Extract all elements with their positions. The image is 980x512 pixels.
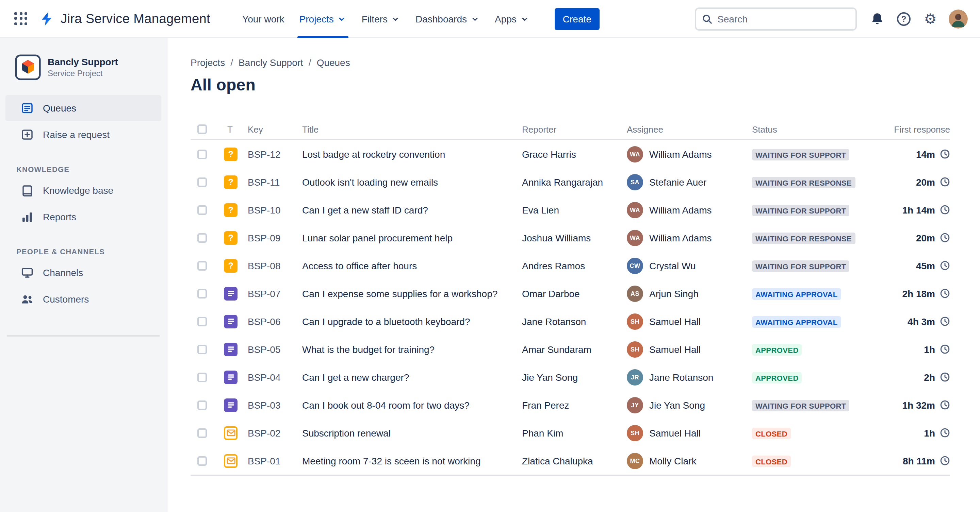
row-checkbox[interactable] <box>197 288 207 298</box>
service-request-type-icon <box>224 398 237 412</box>
breadcrumb-link-queues[interactable]: Queues <box>317 57 350 68</box>
nav-item-apps[interactable]: Apps <box>487 0 537 38</box>
project-name: Bancly Support <box>48 56 118 67</box>
status-badge[interactable]: Awaiting approval <box>752 288 841 300</box>
status-badge[interactable]: Closed <box>752 427 791 439</box>
issue-title-link[interactable]: Can I book out 8-04 room for two days? <box>302 399 469 411</box>
status-badge[interactable]: Approved <box>752 344 802 355</box>
column-header-key[interactable]: Key <box>248 124 302 134</box>
issue-title-link[interactable]: What is the budget for training? <box>302 344 434 355</box>
select-all-checkbox[interactable] <box>197 124 207 134</box>
status-badge[interactable]: Waiting for support <box>752 204 850 216</box>
queue-table-row[interactable]: BSP-05 What is the budget for training? … <box>191 335 950 363</box>
project-type: Service Project <box>48 69 118 78</box>
breadcrumb-link-bancly-support[interactable]: Bancly Support <box>239 57 303 68</box>
issue-title-link[interactable]: Access to office after hours <box>302 260 417 271</box>
app-switcher-icon[interactable] <box>14 11 29 26</box>
issue-title-link[interactable]: Can I get a new staff ID card? <box>302 204 428 215</box>
first-response-time: 1h <box>924 344 935 355</box>
global-search[interactable] <box>695 7 857 30</box>
assignee-name: Arjun Singh <box>649 288 698 299</box>
jira-logo[interactable]: Jira Service Management <box>40 11 210 27</box>
nav-item-dashboards[interactable]: Dashboards <box>408 0 487 38</box>
row-checkbox[interactable] <box>197 233 207 243</box>
nav-item-projects[interactable]: Projects <box>292 0 354 38</box>
status-badge[interactable]: Waiting for response <box>752 176 855 188</box>
breadcrumb: Projects/Bancly Support/Queues <box>191 57 950 68</box>
nav-item-filters[interactable]: Filters <box>354 0 408 38</box>
column-header-assignee[interactable]: Assignee <box>627 124 752 134</box>
issue-title-link[interactable]: Meeting room 7-32 is sceen is not workin… <box>302 455 480 466</box>
row-checkbox[interactable] <box>197 317 207 326</box>
row-checkbox[interactable] <box>197 400 207 410</box>
sidebar-item-customers[interactable]: Customers <box>5 286 161 312</box>
queue-table-row[interactable]: BSP-07 Can I expense some supplies for a… <box>191 279 950 308</box>
question-type-icon: ? <box>224 203 237 217</box>
email-type-icon <box>224 454 237 468</box>
nav-item-label: Projects <box>299 13 334 24</box>
breadcrumb-link-projects[interactable]: Projects <box>191 57 225 68</box>
chevron-down-icon <box>520 14 530 24</box>
column-header-reporter[interactable]: Reporter <box>522 124 627 134</box>
status-badge[interactable]: Waiting for support <box>752 399 850 411</box>
search-input[interactable] <box>717 13 850 24</box>
queue-table-row[interactable]: BSP-01 Meeting room 7-32 is sceen is not… <box>191 447 950 475</box>
issue-title-link[interactable]: Can I expense some supplies for a worksh… <box>302 288 498 299</box>
issue-title-link[interactable]: Can I get a new charger? <box>302 372 409 382</box>
column-header-status[interactable]: Status <box>752 124 888 134</box>
column-header-first-response[interactable]: First response <box>888 124 950 134</box>
status-badge[interactable]: Closed <box>752 455 791 467</box>
queue-table-row[interactable]: ? BSP-11 Outlook isn't loading new email… <box>191 168 950 196</box>
row-checkbox[interactable] <box>197 261 207 270</box>
nav-item-your-work[interactable]: Your work <box>235 0 292 38</box>
status-badge[interactable]: Awaiting approval <box>752 316 841 327</box>
status-badge[interactable]: Waiting for response <box>752 232 855 244</box>
queue-table-row[interactable]: ? BSP-09 Lunar solar panel procurement h… <box>191 224 950 252</box>
first-response-cell: 1h <box>888 344 950 355</box>
sidebar-item-knowledge-base[interactable]: Knowledge base <box>5 178 161 203</box>
nav-item-label: Dashboards <box>415 13 467 24</box>
issue-title-link[interactable]: Lunar solar panel procurement help <box>302 232 453 243</box>
clock-icon <box>940 177 950 187</box>
queue-table-row[interactable]: BSP-06 Can I upgrade to a bluetooth keyb… <box>191 308 950 335</box>
sidebar-item-raise-a-request[interactable]: Raise a request <box>5 122 161 147</box>
sidebar-item-label: Queues <box>43 103 76 114</box>
queue-table-row[interactable]: ? BSP-08 Access to office after hours An… <box>191 252 950 279</box>
queue-table-row[interactable]: ? BSP-10 Can I get a new staff ID card? … <box>191 196 950 224</box>
column-header-title[interactable]: Title <box>302 124 522 134</box>
row-checkbox[interactable] <box>197 372 207 382</box>
issue-title-link[interactable]: Outlook isn't loading new emails <box>302 176 438 187</box>
first-response-time: 4h 3m <box>907 316 935 327</box>
status-badge[interactable]: Waiting for support <box>752 260 850 272</box>
row-checkbox[interactable] <box>197 177 207 187</box>
help-icon[interactable]: ? <box>896 11 912 27</box>
notifications-bell-icon[interactable] <box>869 11 885 27</box>
row-checkbox[interactable] <box>197 149 207 159</box>
sidebar-item-queues[interactable]: Queues <box>5 95 161 121</box>
queue-table-row[interactable]: BSP-02 Subscription renewal Phan Kim SH … <box>191 419 950 447</box>
issue-title-link[interactable]: Can I upgrade to a bluetooth keyboard? <box>302 316 470 327</box>
issue-title-link[interactable]: Lost badge at rocketry convention <box>302 149 445 159</box>
service-request-type-icon <box>224 370 237 384</box>
sidebar-item-channels[interactable]: Channels <box>5 260 161 285</box>
first-response-cell: 2h 18m <box>888 288 950 299</box>
user-avatar[interactable] <box>949 9 968 28</box>
queue-table-row[interactable]: BSP-04 Can I get a new charger? Jie Yan … <box>191 363 950 391</box>
issue-title-link[interactable]: Subscription renewal <box>302 427 391 438</box>
row-checkbox[interactable] <box>197 428 207 437</box>
row-checkbox[interactable] <box>197 456 207 465</box>
column-header-type[interactable]: T <box>221 124 248 134</box>
row-checkbox[interactable] <box>197 205 207 214</box>
clock-icon <box>940 400 950 410</box>
reporter-name: Annika Rangarajan <box>522 176 627 187</box>
sidebar-item-reports[interactable]: Reports <box>5 204 161 230</box>
create-button[interactable]: Create <box>555 8 600 30</box>
status-badge[interactable]: Approved <box>752 372 802 383</box>
settings-gear-icon[interactable]: ⚙ <box>922 11 939 27</box>
status-badge[interactable]: Waiting for support <box>752 149 850 160</box>
question-type-icon: ? <box>224 147 237 161</box>
assignee-name: Samuel Hall <box>649 316 701 327</box>
queue-table-row[interactable]: BSP-03 Can I book out 8-04 room for two … <box>191 391 950 419</box>
row-checkbox[interactable] <box>197 344 207 354</box>
queue-table-row[interactable]: ? BSP-12 Lost badge at rocketry conventi… <box>191 140 950 168</box>
